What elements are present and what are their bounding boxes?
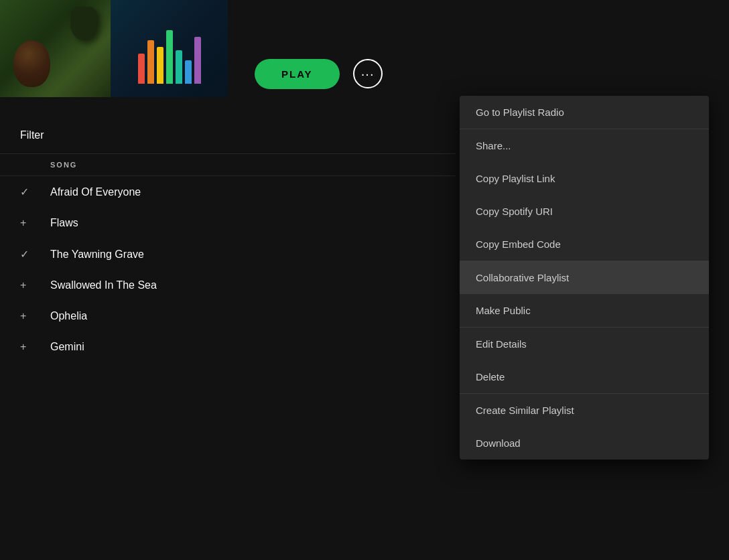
- song-item[interactable]: +Gemini: [0, 332, 456, 362]
- song-item[interactable]: +Swallowed In The Sea: [0, 270, 456, 301]
- song-item[interactable]: +Flaws: [0, 208, 456, 238]
- song-title: Afraid Of Everyone: [50, 186, 141, 198]
- plus-icon: +: [20, 279, 50, 291]
- menu-section: Edit DetailsDelete: [460, 328, 709, 394]
- song-item[interactable]: ✓The Yawning Grave: [0, 238, 456, 270]
- menu-item[interactable]: Make Public: [460, 294, 709, 327]
- plus-icon: +: [20, 310, 50, 322]
- menu-item[interactable]: Delete: [460, 360, 709, 393]
- menu-item[interactable]: Copy Spotify URI: [460, 195, 709, 228]
- toolbar: PLAY ···: [0, 50, 456, 97]
- play-button[interactable]: PLAY: [255, 59, 340, 89]
- menu-item[interactable]: Copy Embed Code: [460, 228, 709, 261]
- menu-section: Share...Copy Playlist LinkCopy Spotify U…: [460, 129, 709, 261]
- song-item[interactable]: ✓Afraid Of Everyone: [0, 176, 456, 208]
- menu-item[interactable]: Share...: [460, 129, 709, 162]
- checkmark-icon: ✓: [20, 186, 50, 198]
- filter-label: Filter: [20, 129, 44, 141]
- song-title: Swallowed In The Sea: [50, 279, 157, 291]
- song-item[interactable]: +Ophelia: [0, 301, 456, 332]
- song-column-header: SONG: [0, 154, 456, 176]
- plus-icon: +: [20, 341, 50, 353]
- checkmark-icon: ✓: [20, 248, 50, 261]
- menu-section: Create Similar PlaylistDownload: [460, 394, 709, 460]
- song-title: Ophelia: [50, 310, 87, 322]
- song-title: Gemini: [50, 341, 84, 353]
- song-title: Flaws: [50, 217, 78, 229]
- more-options-button[interactable]: ···: [353, 59, 383, 88]
- song-items: ✓Afraid Of Everyone+Flaws✓The Yawning Gr…: [0, 176, 456, 362]
- song-list: SONG ✓Afraid Of Everyone+Flaws✓The Yawni…: [0, 154, 456, 362]
- filter-area: Filter: [0, 117, 456, 154]
- menu-item[interactable]: Copy Playlist Link: [460, 162, 709, 195]
- menu-item[interactable]: Edit Details: [460, 328, 709, 360]
- context-menu: Go to Playlist RadioShare...Copy Playlis…: [460, 96, 709, 460]
- menu-item[interactable]: Download: [460, 427, 709, 460]
- menu-item[interactable]: Collaborative Playlist: [460, 261, 709, 294]
- menu-item[interactable]: Create Similar Playlist: [460, 394, 709, 427]
- plus-icon: +: [20, 217, 50, 229]
- menu-item[interactable]: Go to Playlist Radio: [460, 96, 709, 129]
- menu-section: Go to Playlist Radio: [460, 96, 709, 129]
- menu-section: Collaborative PlaylistMake Public: [460, 261, 709, 328]
- song-title: The Yawning Grave: [50, 249, 144, 261]
